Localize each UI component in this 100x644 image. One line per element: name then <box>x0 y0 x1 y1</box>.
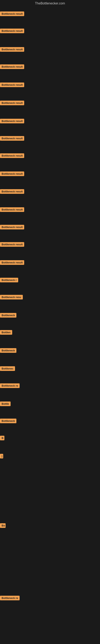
list-item: Bottleneck result <box>0 64 24 70</box>
list-item: Bottleneck result <box>0 225 24 230</box>
list-item: Bottleneck <box>0 418 16 424</box>
list-item: Bottleneck result <box>0 242 24 248</box>
list-item: Bottleneck re <box>0 384 20 389</box>
bottleneck-result-label[interactable]: Bottleneck result <box>0 12 24 16</box>
bottleneck-result-label[interactable]: Bottlen <box>0 330 12 335</box>
bottleneck-result-label[interactable]: Bottleneck result <box>0 136 24 141</box>
list-item: | <box>0 454 3 459</box>
bottleneck-result-label[interactable]: Bottleneck r <box>0 278 18 282</box>
bottleneck-result-label[interactable]: Bottleneck result <box>0 47 24 52</box>
bottleneck-result-label[interactable]: Bottleneck result <box>0 100 24 105</box>
list-item: Bottleneck <box>0 313 16 318</box>
bottleneck-result-label[interactable]: Bottleneck <box>0 418 16 423</box>
list-item: Bottleneck resu <box>0 295 23 300</box>
bottleneck-result-label[interactable]: Bottlenec <box>0 366 15 371</box>
list-item: Bottleneck result <box>0 207 24 213</box>
bottleneck-result-label[interactable]: Bo <box>0 523 6 528</box>
bottleneck-result-label[interactable]: Bottle <box>0 402 11 406</box>
list-item: Bo <box>0 523 6 529</box>
bottleneck-result-label[interactable]: Bottleneck result <box>0 207 24 212</box>
list-item: Bottleneck result <box>0 153 24 159</box>
list-item: Bottlen <box>0 330 12 336</box>
list-item: Bottleneck result <box>0 100 24 106</box>
bottleneck-result-label[interactable]: Bottleneck result <box>0 172 24 176</box>
bottleneck-result-label[interactable]: Bottleneck re <box>0 384 20 388</box>
bottleneck-result-label[interactable]: Bottleneck result <box>0 242 24 247</box>
bottleneck-result-label[interactable]: Bottleneck result <box>0 82 24 87</box>
bottleneck-result-label[interactable]: Bottleneck result <box>0 189 24 194</box>
list-item: Bottleneck result <box>0 136 24 142</box>
bottleneck-result-label[interactable]: | <box>0 454 3 458</box>
list-item: B <box>0 436 4 441</box>
list-item: Bottleneck result <box>0 172 24 177</box>
bottleneck-result-label[interactable]: B <box>0 436 4 440</box>
bottleneck-result-label[interactable]: Bottleneck result <box>0 153 24 158</box>
list-item: Bottleneck r <box>0 278 18 283</box>
bottleneck-result-label[interactable]: Bottleneck <box>0 348 16 353</box>
bottleneck-result-label[interactable]: Bottleneck result <box>0 28 24 33</box>
list-item: Bottlenec <box>0 366 15 372</box>
list-item: Bottleneck result <box>0 119 24 124</box>
bottleneck-result-label[interactable]: Bottleneck result <box>0 64 24 69</box>
bottleneck-result-label[interactable]: Bottleneck <box>0 313 16 318</box>
bottleneck-result-label[interactable]: Bottleneck re <box>0 596 20 600</box>
list-item: Bottleneck <box>0 348 16 354</box>
site-title: TheBottlenecker.com <box>0 0 100 8</box>
bottleneck-result-label[interactable]: Bottleneck resu <box>0 295 23 300</box>
bottleneck-result-label[interactable]: Bottleneck result <box>0 119 24 123</box>
list-item: Bottleneck result <box>0 47 24 52</box>
list-item: Bottle <box>0 402 11 407</box>
list-item: Bottleneck result <box>0 189 24 194</box>
list-item: Bottleneck result <box>0 260 24 266</box>
list-item: Bottleneck result <box>0 12 24 17</box>
bottleneck-result-label[interactable]: Bottleneck result <box>0 225 24 230</box>
list-item: Bottleneck result <box>0 82 24 88</box>
list-item: Bottleneck result <box>0 28 24 34</box>
bottleneck-result-label[interactable]: Bottleneck result <box>0 260 24 265</box>
list-item: Bottleneck re <box>0 596 20 601</box>
